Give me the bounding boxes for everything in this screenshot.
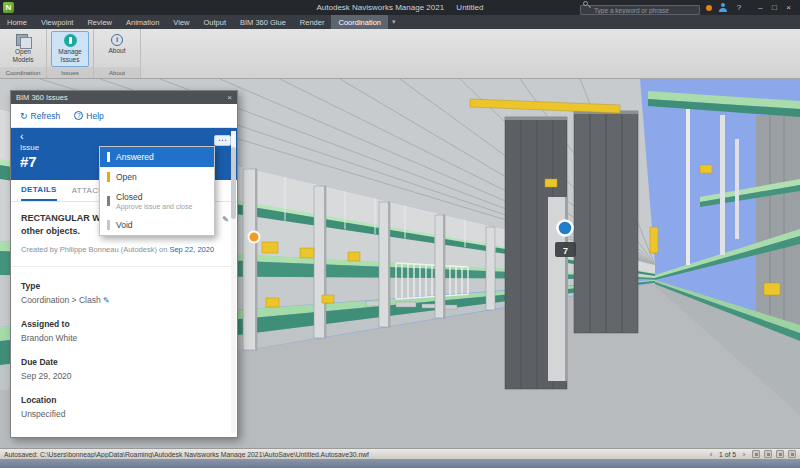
manage-issues-label2: Issues	[61, 56, 80, 64]
help-icon[interactable]: ?	[734, 3, 744, 12]
panel-scrollbar[interactable]	[231, 131, 236, 433]
status-option-label: Answered	[116, 152, 154, 162]
status-overflow-button[interactable]: ⋯	[214, 135, 231, 146]
refresh-button[interactable]: ↻ Refresh	[20, 111, 60, 121]
open-models-label1: Open	[15, 48, 31, 56]
status-dropdown: Answered Open Closed Approve issue and c…	[99, 146, 215, 236]
ribbon: Open Models Coordination Manage Issues I…	[0, 29, 800, 79]
app-name: Autodesk Navisworks Manage 2021	[317, 3, 445, 12]
app-logo-icon[interactable]: N	[3, 2, 14, 13]
tab-render[interactable]: Render	[293, 15, 332, 29]
field-type-label: Type	[21, 281, 227, 291]
field-assigned-to: Assigned to Brandon White	[11, 305, 237, 343]
open-models-label2: Models	[13, 56, 34, 64]
tab-home[interactable]: Home	[0, 15, 34, 29]
status-option-answered[interactable]: Answered	[100, 147, 214, 167]
field-type-value: Coordination > Clash	[21, 295, 101, 305]
tab-review[interactable]: Review	[80, 15, 119, 29]
ribbon-tab-bar: Home Viewpoint Review Animation View Out…	[0, 15, 800, 29]
status-option-label: Void	[116, 220, 133, 230]
back-icon[interactable]: ‹	[20, 131, 228, 141]
status-bar: Autosaved: C:\Users\bonneap\AppData\Roam…	[0, 448, 800, 459]
close-button[interactable]: ×	[782, 3, 795, 12]
created-by-text: Created by Philippe Bonneau (Autodesk) o…	[21, 245, 169, 254]
field-assigned-value: Brandon White	[21, 333, 227, 343]
next-sheet-icon[interactable]: ›	[740, 450, 748, 459]
tab-viewpoint[interactable]: Viewpoint	[34, 15, 80, 29]
panel-title: BIM 360 Issues	[16, 93, 68, 102]
created-by-line: Created by Philippe Bonneau (Autodesk) o…	[11, 241, 237, 267]
maximize-button[interactable]: □	[768, 3, 781, 12]
issue-marker-blue[interactable]	[558, 221, 573, 236]
tab-view[interactable]: View	[166, 15, 196, 29]
issue-marker-number: 7	[563, 246, 568, 256]
status-option-closed[interactable]: Closed Approve issue and close	[100, 187, 214, 215]
sheet-pagination: 1 of 5	[719, 451, 736, 458]
status-option-subtext: Approve issue and close	[116, 203, 192, 210]
notification-icon[interactable]	[706, 5, 712, 11]
chevron-down-icon[interactable]: ▾	[388, 15, 400, 29]
document-name: Untitled	[456, 3, 483, 12]
manage-issues-icon	[64, 34, 77, 47]
help-button[interactable]: ? Help	[74, 111, 103, 121]
open-models-button[interactable]: Open Models	[4, 31, 42, 67]
open-models-icon	[16, 34, 31, 47]
manage-issues-button[interactable]: Manage Issues	[51, 31, 89, 67]
ribbon-group-coordination: Open Models Coordination	[0, 29, 47, 78]
tab-output[interactable]: Output	[196, 15, 233, 29]
right-mullion	[686, 109, 690, 265]
minimize-button[interactable]: –	[754, 3, 767, 12]
scrollbar-thumb[interactable]	[231, 147, 236, 219]
ribbon-group-label-coordination: Coordination	[0, 67, 46, 78]
field-due-date: Due Date Sep 29, 2020	[11, 343, 237, 381]
ribbon-group-label-issues: Issues	[47, 67, 93, 78]
tab-bim360-glue[interactable]: BIM 360 Glue	[233, 15, 293, 29]
status-icon[interactable]	[752, 450, 760, 458]
edit-type-icon[interactable]: ✎	[103, 296, 110, 305]
status-icon[interactable]	[764, 450, 772, 458]
ribbon-group-label-about: About	[94, 67, 140, 78]
autosave-path: Autosaved: C:\Users\bonneap\AppData\Roam…	[4, 451, 369, 458]
help-circle-icon: ?	[74, 111, 83, 120]
field-due-date-label: Due Date	[21, 357, 227, 367]
right-wall	[756, 115, 800, 329]
ribbon-group-about: About About	[94, 29, 141, 78]
tab-details[interactable]: DETAILS	[21, 180, 57, 201]
field-location-value: Unspecified	[21, 409, 227, 419]
status-color-chip	[107, 220, 110, 230]
field-location: Location Unspecified	[11, 381, 237, 419]
status-icon[interactable]	[776, 450, 784, 458]
edit-description-icon[interactable]: ✎	[222, 214, 229, 225]
search-icon	[583, 1, 588, 6]
ribbon-group-issues: Manage Issues Issues	[47, 29, 94, 78]
issue-marker-orange[interactable]	[249, 232, 260, 243]
about-info-icon	[111, 34, 123, 46]
right-mullion	[735, 139, 739, 239]
tab-coordination[interactable]: Coordination	[331, 15, 388, 29]
field-location-label: Location	[21, 395, 227, 405]
status-option-void[interactable]: Void	[100, 215, 214, 235]
bim360-issues-panel: BIM 360 Issues × ↻ Refresh ? Help ‹ Issu…	[10, 90, 238, 438]
issue-marker-tag[interactable]: 7	[555, 242, 576, 257]
right-mullion	[720, 115, 725, 255]
search-input[interactable]	[580, 5, 700, 15]
about-label: About	[109, 47, 126, 55]
title-bar: N Autodesk Navisworks Manage 2021 Untitl…	[0, 0, 800, 15]
tab-animation[interactable]: Animation	[119, 15, 166, 29]
manage-issues-label1: Manage	[58, 48, 82, 56]
panel-close-icon[interactable]: ×	[227, 93, 232, 102]
account-icon[interactable]	[718, 3, 728, 12]
status-color-chip	[107, 172, 110, 182]
bottom-edge	[0, 459, 800, 468]
status-color-chip	[107, 152, 110, 162]
status-option-open[interactable]: Open	[100, 167, 214, 187]
field-assigned-label: Assigned to	[21, 319, 227, 329]
refresh-icon: ↻	[20, 111, 28, 121]
created-date: Sep 22, 2020	[169, 245, 214, 254]
status-icon[interactable]	[788, 450, 796, 458]
panel-title-bar[interactable]: BIM 360 Issues ×	[11, 91, 237, 104]
about-button[interactable]: About	[98, 31, 136, 67]
refresh-label: Refresh	[31, 111, 61, 121]
field-due-date-value: Sep 29, 2020	[21, 371, 227, 381]
prev-sheet-icon[interactable]: ‹	[707, 450, 715, 459]
